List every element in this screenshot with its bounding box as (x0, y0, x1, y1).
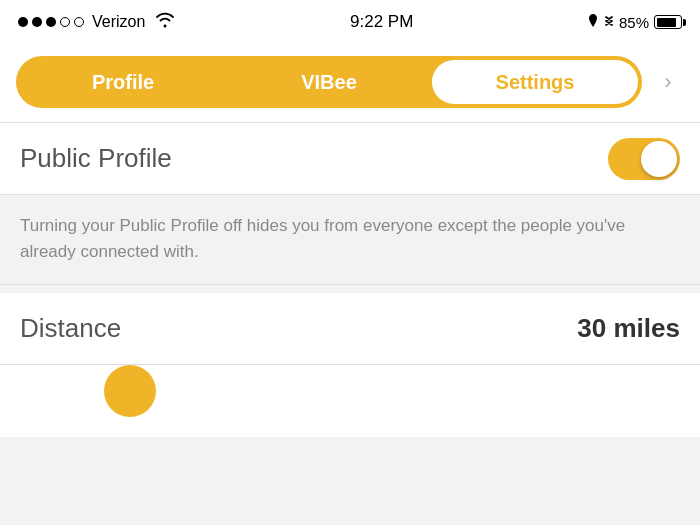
toggle-thumb (641, 141, 677, 177)
public-profile-row: Public Profile (0, 123, 700, 195)
tab-settings[interactable]: Settings (432, 60, 638, 104)
signal-dot-2 (32, 17, 42, 27)
tab-vibee[interactable]: VIBee (226, 60, 432, 104)
location-icon (587, 14, 599, 31)
bluetooth-icon (604, 13, 614, 32)
tab-bar: Profile VIBee Settings › (0, 44, 700, 123)
status-bar: Verizon 9:22 PM 85% (0, 0, 700, 44)
settings-content: Public Profile Turning your Public Profi… (0, 123, 700, 437)
status-right: 85% (587, 13, 682, 32)
signal-dot-1 (18, 17, 28, 27)
battery-percent-label: 85% (619, 14, 649, 31)
public-profile-toggle[interactable] (608, 138, 680, 180)
signal-dot-3 (46, 17, 56, 27)
tab-group: Profile VIBee Settings (16, 56, 642, 108)
tab-profile[interactable]: Profile (20, 60, 226, 104)
signal-dot-5 (74, 17, 84, 27)
distance-row: Distance 30 miles (0, 293, 700, 365)
toggle-track (608, 138, 680, 180)
public-profile-label: Public Profile (20, 143, 172, 174)
signal-strength (18, 17, 84, 27)
status-left: Verizon (18, 12, 176, 33)
signal-dot-4 (60, 17, 70, 27)
carrier-label: Verizon (92, 13, 145, 31)
battery-icon (654, 15, 682, 29)
distance-value: 30 miles (577, 313, 680, 344)
public-profile-description-section: Turning your Public Profile off hides yo… (0, 195, 700, 285)
distance-slider-thumb[interactable] (104, 365, 156, 417)
wifi-icon (154, 12, 176, 33)
public-profile-description: Turning your Public Profile off hides yo… (20, 213, 680, 264)
distance-label: Distance (20, 313, 121, 344)
tab-chevron-button[interactable]: › (652, 66, 684, 98)
distance-slider-section (0, 365, 700, 437)
status-time: 9:22 PM (350, 12, 413, 32)
